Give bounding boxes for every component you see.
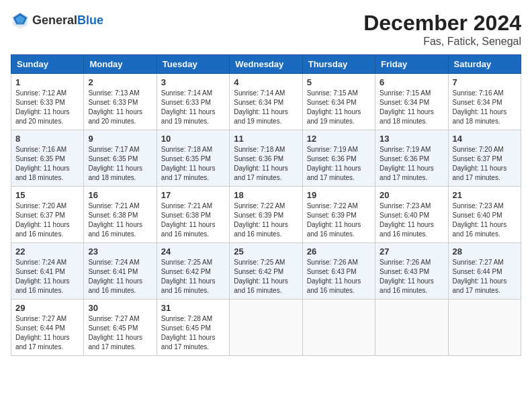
day-info: Sunrise: 7:26 AM Sunset: 6:43 PM Dayligh… [307,258,371,295]
table-row [230,300,302,356]
table-row: 29Sunrise: 7:27 AM Sunset: 6:44 PM Dayli… [11,300,84,356]
day-info: Sunrise: 7:15 AM Sunset: 6:34 PM Dayligh… [307,89,371,126]
day-number: 19 [307,190,371,200]
table-row: 6Sunrise: 7:15 AM Sunset: 6:34 PM Daylig… [375,74,448,130]
day-number: 20 [380,190,443,200]
table-row: 21Sunrise: 7:23 AM Sunset: 6:40 PM Dayli… [448,187,521,243]
day-info: Sunrise: 7:12 AM Sunset: 6:33 PM Dayligh… [15,89,79,126]
table-row: 15Sunrise: 7:20 AM Sunset: 6:37 PM Dayli… [11,187,84,243]
table-row: 27Sunrise: 7:26 AM Sunset: 6:43 PM Dayli… [375,243,448,300]
table-row: 11Sunrise: 7:18 AM Sunset: 6:36 PM Dayli… [230,130,302,187]
day-number: 31 [161,303,225,313]
day-info: Sunrise: 7:20 AM Sunset: 6:37 PM Dayligh… [15,201,79,239]
table-row: 19Sunrise: 7:22 AM Sunset: 6:39 PM Dayli… [302,187,375,243]
table-row: 31Sunrise: 7:28 AM Sunset: 6:45 PM Dayli… [157,300,229,356]
calendar-title: December 2024 [363,11,521,36]
table-row: 8Sunrise: 7:16 AM Sunset: 6:35 PM Daylig… [11,130,84,187]
logo: GeneralBlue [11,11,103,30]
day-info: Sunrise: 7:19 AM Sunset: 6:36 PM Dayligh… [380,145,443,183]
logo-icon [11,11,30,30]
day-number: 27 [380,246,443,257]
day-info: Sunrise: 7:18 AM Sunset: 6:36 PM Dayligh… [234,145,298,183]
day-number: 7 [453,77,517,87]
calendar-week-5: 29Sunrise: 7:27 AM Sunset: 6:44 PM Dayli… [11,300,521,356]
logo-text-general: General [32,13,77,27]
col-tuesday: Tuesday [157,55,229,74]
day-number: 16 [88,190,152,200]
day-number: 6 [380,77,443,87]
day-info: Sunrise: 7:23 AM Sunset: 6:40 PM Dayligh… [453,201,517,239]
day-number: 21 [453,190,517,200]
title-block: December 2024 Fas, Fatick, Senegal [363,11,521,48]
table-row: 18Sunrise: 7:22 AM Sunset: 6:39 PM Dayli… [230,187,302,243]
table-row: 5Sunrise: 7:15 AM Sunset: 6:34 PM Daylig… [302,74,375,130]
day-number: 10 [161,134,225,144]
day-number: 2 [88,77,152,87]
calendar-week-4: 22Sunrise: 7:24 AM Sunset: 6:41 PM Dayli… [11,243,521,300]
day-info: Sunrise: 7:24 AM Sunset: 6:41 PM Dayligh… [15,258,79,295]
calendar-table: Sunday Monday Tuesday Wednesday Thursday… [11,54,521,356]
day-number: 29 [15,303,79,313]
logo-text-blue: Blue [77,13,103,27]
table-row: 17Sunrise: 7:21 AM Sunset: 6:38 PM Dayli… [157,187,229,243]
col-saturday: Saturday [448,55,521,74]
table-row: 30Sunrise: 7:27 AM Sunset: 6:45 PM Dayli… [84,300,157,356]
table-row: 3Sunrise: 7:14 AM Sunset: 6:33 PM Daylig… [157,74,229,130]
day-info: Sunrise: 7:28 AM Sunset: 6:45 PM Dayligh… [161,314,225,352]
col-wednesday: Wednesday [230,55,302,74]
col-friday: Friday [375,55,448,74]
table-row: 12Sunrise: 7:19 AM Sunset: 6:36 PM Dayli… [302,130,375,187]
col-sunday: Sunday [11,55,84,74]
calendar-week-1: 1Sunrise: 7:12 AM Sunset: 6:33 PM Daylig… [11,74,521,130]
day-info: Sunrise: 7:27 AM Sunset: 6:45 PM Dayligh… [88,314,152,352]
day-number: 11 [234,134,298,144]
day-number: 9 [88,134,152,144]
table-row: 22Sunrise: 7:24 AM Sunset: 6:41 PM Dayli… [11,243,84,300]
table-row: 2Sunrise: 7:13 AM Sunset: 6:33 PM Daylig… [84,74,157,130]
day-info: Sunrise: 7:25 AM Sunset: 6:42 PM Dayligh… [161,258,225,295]
day-info: Sunrise: 7:22 AM Sunset: 6:39 PM Dayligh… [234,201,298,239]
table-row: 16Sunrise: 7:21 AM Sunset: 6:38 PM Dayli… [84,187,157,243]
calendar-week-3: 15Sunrise: 7:20 AM Sunset: 6:37 PM Dayli… [11,187,521,243]
table-row: 24Sunrise: 7:25 AM Sunset: 6:42 PM Dayli… [157,243,229,300]
table-row: 4Sunrise: 7:14 AM Sunset: 6:34 PM Daylig… [230,74,302,130]
table-row [448,300,521,356]
day-info: Sunrise: 7:16 AM Sunset: 6:34 PM Dayligh… [453,89,517,126]
day-info: Sunrise: 7:24 AM Sunset: 6:41 PM Dayligh… [88,258,152,295]
day-number: 25 [234,246,298,257]
page-header: GeneralBlue December 2024 Fas, Fatick, S… [11,11,521,48]
day-info: Sunrise: 7:26 AM Sunset: 6:43 PM Dayligh… [380,258,443,295]
day-number: 17 [161,190,225,200]
day-number: 5 [307,77,371,87]
day-number: 12 [307,134,371,144]
day-number: 24 [161,246,225,257]
day-number: 1 [15,77,79,87]
day-number: 28 [453,246,517,257]
calendar-header-row: Sunday Monday Tuesday Wednesday Thursday… [11,55,521,74]
day-number: 23 [88,246,152,257]
calendar-subtitle: Fas, Fatick, Senegal [363,36,521,48]
table-row [302,300,375,356]
day-number: 26 [307,246,371,257]
day-info: Sunrise: 7:15 AM Sunset: 6:34 PM Dayligh… [380,89,443,126]
calendar-week-2: 8Sunrise: 7:16 AM Sunset: 6:35 PM Daylig… [11,130,521,187]
day-number: 18 [234,190,298,200]
table-row: 13Sunrise: 7:19 AM Sunset: 6:36 PM Dayli… [375,130,448,187]
day-number: 4 [234,77,298,87]
day-number: 14 [453,134,517,144]
day-info: Sunrise: 7:23 AM Sunset: 6:40 PM Dayligh… [380,201,443,239]
day-info: Sunrise: 7:27 AM Sunset: 6:44 PM Dayligh… [15,314,79,352]
table-row: 7Sunrise: 7:16 AM Sunset: 6:34 PM Daylig… [448,74,521,130]
table-row: 20Sunrise: 7:23 AM Sunset: 6:40 PM Dayli… [375,187,448,243]
table-row: 1Sunrise: 7:12 AM Sunset: 6:33 PM Daylig… [11,74,84,130]
day-info: Sunrise: 7:22 AM Sunset: 6:39 PM Dayligh… [307,201,371,239]
day-info: Sunrise: 7:25 AM Sunset: 6:42 PM Dayligh… [234,258,298,295]
table-row: 14Sunrise: 7:20 AM Sunset: 6:37 PM Dayli… [448,130,521,187]
table-row: 25Sunrise: 7:25 AM Sunset: 6:42 PM Dayli… [230,243,302,300]
day-number: 30 [88,303,152,313]
day-info: Sunrise: 7:17 AM Sunset: 6:35 PM Dayligh… [88,145,152,183]
day-info: Sunrise: 7:14 AM Sunset: 6:33 PM Dayligh… [161,89,225,126]
table-row: 23Sunrise: 7:24 AM Sunset: 6:41 PM Dayli… [84,243,157,300]
table-row [375,300,448,356]
day-info: Sunrise: 7:19 AM Sunset: 6:36 PM Dayligh… [307,145,371,183]
